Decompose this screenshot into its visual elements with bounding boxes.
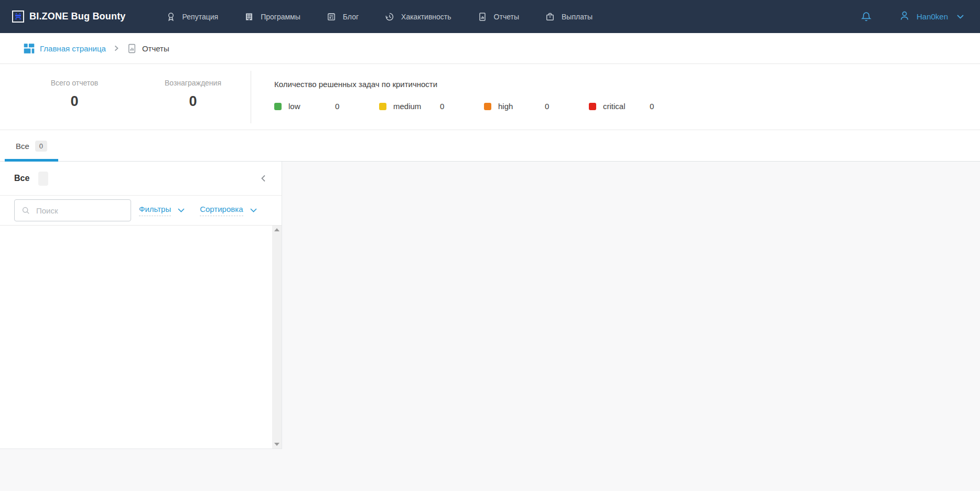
panel-header: Все bbox=[0, 162, 282, 196]
user-avatar-icon bbox=[898, 9, 911, 24]
legend-value: 0 bbox=[335, 102, 339, 111]
search-box[interactable] bbox=[14, 199, 131, 221]
main-navigation: Репутация Программы bbox=[166, 12, 593, 22]
reports-list-panel: Все Фильтр bbox=[0, 162, 282, 449]
scroll-up-arrow[interactable] bbox=[272, 226, 282, 234]
nav-item-label: Репутация bbox=[182, 13, 219, 21]
top-navbar: BI.ZONE Bug Bounty Репутация bbox=[0, 0, 980, 33]
chevron-left-icon bbox=[260, 174, 267, 183]
panel-title: Все bbox=[14, 174, 29, 183]
nav-item-hackactivity[interactable]: Хакактивность bbox=[384, 12, 451, 22]
nav-item-label: Отчеты bbox=[494, 13, 519, 21]
blog-icon bbox=[326, 12, 337, 22]
breadcrumb-current: Отчеты bbox=[126, 43, 169, 54]
stat-value: 0 bbox=[135, 93, 251, 110]
breadcrumb-home-label: Главная страница bbox=[40, 44, 106, 53]
report-detail-empty-area bbox=[283, 162, 980, 491]
sort-label: Сортировка bbox=[200, 205, 243, 216]
stats-divider bbox=[251, 71, 251, 123]
user-menu[interactable]: Han0ken bbox=[898, 9, 964, 24]
tab-all[interactable]: Все 0 bbox=[5, 130, 58, 162]
chevron-down-icon bbox=[177, 208, 185, 213]
briefcase-icon bbox=[545, 12, 555, 22]
stat-label: Вознаграждения bbox=[135, 79, 251, 87]
nav-item-reports[interactable]: Отчеты bbox=[477, 12, 519, 22]
tab-label: Все bbox=[16, 142, 29, 151]
legend-item-medium: medium 0 bbox=[379, 102, 484, 111]
low-color-swatch bbox=[274, 103, 282, 110]
tab-count-badge: 0 bbox=[35, 141, 47, 152]
sort-dropdown[interactable]: Сортировка bbox=[200, 205, 257, 216]
nav-item-blog[interactable]: Блог bbox=[326, 12, 359, 22]
panel-toolbar: Фильтры Сортировка bbox=[0, 196, 282, 226]
search-input[interactable] bbox=[36, 206, 125, 215]
legend-value: 0 bbox=[650, 102, 654, 111]
severity-title: Количество решенных задач по критичности bbox=[274, 80, 694, 89]
brand-home-link[interactable]: BI.ZONE Bug Bounty bbox=[12, 10, 126, 23]
nav-item-label: Программы bbox=[261, 13, 300, 21]
reports-list-empty bbox=[0, 226, 282, 449]
critical-color-swatch bbox=[589, 103, 596, 110]
stats-summary: Всего отчетов 0 Вознаграждения 0 Количес… bbox=[0, 64, 980, 130]
chevron-down-icon bbox=[956, 14, 964, 19]
collapse-panel-button[interactable] bbox=[257, 172, 269, 185]
breadcrumb-home-link[interactable]: Главная страница bbox=[23, 42, 106, 55]
legend-value: 0 bbox=[440, 102, 444, 111]
nav-item-reputation[interactable]: Репутация bbox=[166, 12, 219, 22]
nav-item-label: Блог bbox=[343, 13, 359, 21]
stat-label: Всего отчетов bbox=[17, 79, 132, 87]
medal-icon bbox=[166, 12, 176, 22]
legend-label: low bbox=[288, 102, 335, 111]
panel-count-badge bbox=[38, 172, 48, 186]
app-screen: BI.ZONE Bug Bounty Репутация bbox=[0, 0, 980, 491]
bizone-logo-icon bbox=[12, 10, 24, 23]
history-icon bbox=[384, 12, 395, 22]
chevron-right-icon bbox=[114, 45, 119, 51]
list-scrollbar[interactable] bbox=[272, 226, 282, 449]
legend-item-high: high 0 bbox=[484, 102, 589, 111]
navbar-right: Han0ken bbox=[860, 9, 964, 24]
report-doc-icon bbox=[126, 43, 137, 54]
brand-title: BI.ZONE Bug Bounty bbox=[29, 11, 126, 22]
nav-item-programs[interactable]: Программы bbox=[244, 12, 300, 22]
legend-label: medium bbox=[393, 102, 440, 111]
nav-item-label: Выплаты bbox=[562, 13, 593, 21]
medium-color-swatch bbox=[379, 103, 386, 110]
search-icon bbox=[21, 206, 31, 216]
legend-label: high bbox=[498, 102, 545, 111]
building-icon bbox=[244, 12, 254, 22]
chevron-down-icon bbox=[250, 208, 257, 213]
dashboard-icon bbox=[23, 42, 35, 55]
legend-value: 0 bbox=[545, 102, 549, 111]
filters-dropdown[interactable]: Фильтры bbox=[139, 205, 185, 216]
stat-total-reports: Всего отчетов 0 bbox=[17, 79, 132, 110]
breadcrumb-current-label: Отчеты bbox=[142, 44, 169, 53]
severity-legend: low 0 medium 0 high 0 critical 0 bbox=[274, 102, 694, 111]
stat-value: 0 bbox=[17, 93, 132, 110]
nav-item-payouts[interactable]: Выплаты bbox=[545, 12, 593, 22]
legend-item-critical: critical 0 bbox=[589, 102, 694, 111]
nav-item-label: Хакактивность bbox=[401, 13, 451, 21]
filters-label: Фильтры bbox=[139, 205, 171, 216]
report-icon bbox=[477, 12, 488, 22]
breadcrumb: Главная страница Отчеты bbox=[0, 33, 980, 64]
severity-summary: Количество решенных задач по критичности… bbox=[274, 80, 694, 111]
username-label: Han0ken bbox=[917, 12, 948, 21]
notifications-bell-icon[interactable] bbox=[860, 10, 873, 23]
high-color-swatch bbox=[484, 103, 491, 110]
legend-item-low: low 0 bbox=[274, 102, 379, 111]
stat-rewards: Вознаграждения 0 bbox=[135, 79, 251, 110]
scroll-down-arrow[interactable] bbox=[272, 440, 282, 449]
legend-label: critical bbox=[603, 102, 650, 111]
reports-tabs: Все 0 bbox=[0, 130, 980, 162]
